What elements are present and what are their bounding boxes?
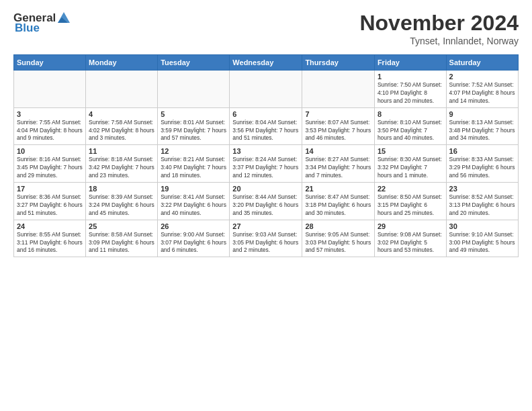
day-info: Sunrise: 8:27 AM Sunset: 3:34 PM Dayligh…	[305, 156, 371, 180]
day-number: 22	[378, 185, 443, 193]
table-row: 5Sunrise: 8:01 AM Sunset: 3:59 PM Daylig…	[158, 107, 230, 145]
day-number: 3	[17, 110, 83, 118]
day-info: Sunrise: 8:33 AM Sunset: 3:29 PM Dayligh…	[449, 156, 515, 180]
day-number: 30	[449, 222, 515, 230]
table-row: 11Sunrise: 8:18 AM Sunset: 3:42 PM Dayli…	[86, 145, 158, 183]
day-info: Sunrise: 7:55 AM Sunset: 4:04 PM Dayligh…	[17, 119, 83, 143]
col-saturday: Saturday	[446, 55, 518, 71]
day-info: Sunrise: 8:52 AM Sunset: 3:13 PM Dayligh…	[449, 193, 515, 218]
table-row	[230, 71, 302, 108]
day-info: Sunrise: 9:05 AM Sunset: 3:03 PM Dayligh…	[305, 231, 371, 255]
table-row	[86, 71, 158, 108]
table-row: 23Sunrise: 8:52 AM Sunset: 3:13 PM Dayli…	[446, 183, 518, 220]
day-number: 16	[449, 147, 515, 155]
day-number: 15	[378, 147, 443, 155]
table-row: 26Sunrise: 9:00 AM Sunset: 3:07 PM Dayli…	[158, 220, 230, 257]
day-info: Sunrise: 8:10 AM Sunset: 3:50 PM Dayligh…	[378, 119, 443, 143]
table-row: 2Sunrise: 7:52 AM Sunset: 4:07 PM Daylig…	[446, 71, 518, 108]
day-info: Sunrise: 8:18 AM Sunset: 3:42 PM Dayligh…	[89, 156, 154, 180]
table-row: 18Sunrise: 8:39 AM Sunset: 3:24 PM Dayli…	[86, 183, 158, 220]
table-row: 4Sunrise: 7:58 AM Sunset: 4:02 PM Daylig…	[86, 107, 158, 145]
table-row: 29Sunrise: 9:08 AM Sunset: 3:02 PM Dayli…	[374, 220, 446, 257]
day-number: 13	[232, 147, 299, 155]
day-info: Sunrise: 8:50 AM Sunset: 3:15 PM Dayligh…	[378, 193, 443, 218]
day-number: 26	[161, 222, 226, 230]
location: Tynset, Innlandet, Norway	[359, 36, 519, 46]
day-number: 12	[161, 147, 226, 155]
col-tuesday: Tuesday	[158, 55, 230, 71]
table-row: 28Sunrise: 9:05 AM Sunset: 3:03 PM Dayli…	[302, 220, 375, 257]
day-number: 21	[305, 185, 371, 193]
table-row: 14Sunrise: 8:27 AM Sunset: 3:34 PM Dayli…	[302, 145, 375, 183]
calendar-week-row: 1Sunrise: 7:50 AM Sunset: 4:10 PM Daylig…	[14, 71, 519, 108]
day-number: 18	[89, 185, 154, 193]
day-number: 19	[161, 185, 226, 193]
day-info: Sunrise: 8:01 AM Sunset: 3:59 PM Dayligh…	[161, 119, 226, 143]
day-info: Sunrise: 8:58 AM Sunset: 3:09 PM Dayligh…	[89, 231, 154, 255]
day-number: 25	[89, 222, 154, 230]
day-info: Sunrise: 8:55 AM Sunset: 3:11 PM Dayligh…	[17, 231, 83, 255]
table-row: 21Sunrise: 8:47 AM Sunset: 3:18 PM Dayli…	[302, 183, 375, 220]
day-info: Sunrise: 7:52 AM Sunset: 4:07 PM Dayligh…	[449, 81, 515, 105]
day-number: 14	[305, 147, 371, 155]
table-row: 25Sunrise: 8:58 AM Sunset: 3:09 PM Dayli…	[86, 220, 158, 257]
day-number: 27	[232, 222, 299, 230]
table-row	[14, 71, 86, 108]
day-number: 2	[449, 73, 515, 81]
day-info: Sunrise: 8:13 AM Sunset: 3:48 PM Dayligh…	[449, 119, 515, 143]
col-thursday: Thursday	[302, 55, 375, 71]
day-info: Sunrise: 8:16 AM Sunset: 3:45 PM Dayligh…	[17, 156, 83, 180]
table-row: 13Sunrise: 8:24 AM Sunset: 3:37 PM Dayli…	[230, 145, 302, 183]
day-info: Sunrise: 7:58 AM Sunset: 4:02 PM Dayligh…	[89, 119, 154, 143]
day-info: Sunrise: 8:04 AM Sunset: 3:56 PM Dayligh…	[232, 119, 299, 143]
table-row: 10Sunrise: 8:16 AM Sunset: 3:45 PM Dayli…	[14, 145, 86, 183]
page: General Blue November 2024 Tynset, Innla…	[0, 0, 532, 411]
day-number: 9	[449, 110, 515, 118]
calendar: Sunday Monday Tuesday Wednesday Thursday…	[13, 54, 519, 257]
table-row: 16Sunrise: 8:33 AM Sunset: 3:29 PM Dayli…	[446, 145, 518, 183]
day-number: 1	[378, 73, 443, 81]
day-number: 17	[17, 185, 83, 193]
day-number: 4	[89, 110, 154, 118]
table-row: 15Sunrise: 8:30 AM Sunset: 3:32 PM Dayli…	[374, 145, 446, 183]
calendar-week-row: 10Sunrise: 8:16 AM Sunset: 3:45 PM Dayli…	[14, 145, 519, 183]
table-row: 17Sunrise: 8:36 AM Sunset: 3:27 PM Dayli…	[14, 183, 86, 220]
day-info: Sunrise: 8:39 AM Sunset: 3:24 PM Dayligh…	[89, 193, 154, 218]
calendar-header-row: Sunday Monday Tuesday Wednesday Thursday…	[14, 55, 519, 71]
col-sunday: Sunday	[14, 55, 86, 71]
col-wednesday: Wednesday	[230, 55, 302, 71]
table-row: 24Sunrise: 8:55 AM Sunset: 3:11 PM Dayli…	[14, 220, 86, 257]
table-row: 27Sunrise: 9:03 AM Sunset: 3:05 PM Dayli…	[230, 220, 302, 257]
day-info: Sunrise: 9:00 AM Sunset: 3:07 PM Dayligh…	[161, 231, 226, 255]
day-number: 7	[305, 110, 371, 118]
day-number: 28	[305, 222, 371, 230]
day-info: Sunrise: 8:30 AM Sunset: 3:32 PM Dayligh…	[378, 156, 443, 180]
day-info: Sunrise: 9:10 AM Sunset: 3:00 PM Dayligh…	[449, 231, 515, 255]
day-number: 20	[232, 185, 299, 193]
table-row: 22Sunrise: 8:50 AM Sunset: 3:15 PM Dayli…	[374, 183, 446, 220]
logo: General Blue	[13, 11, 72, 35]
header: General Blue November 2024 Tynset, Innla…	[13, 11, 519, 46]
calendar-week-row: 17Sunrise: 8:36 AM Sunset: 3:27 PM Dayli…	[14, 183, 519, 220]
table-row: 30Sunrise: 9:10 AM Sunset: 3:00 PM Dayli…	[446, 220, 518, 257]
table-row: 19Sunrise: 8:41 AM Sunset: 3:22 PM Dayli…	[158, 183, 230, 220]
table-row: 6Sunrise: 8:04 AM Sunset: 3:56 PM Daylig…	[230, 107, 302, 145]
day-number: 29	[378, 222, 443, 230]
table-row	[158, 71, 230, 108]
day-info: Sunrise: 8:36 AM Sunset: 3:27 PM Dayligh…	[17, 193, 83, 218]
table-row: 12Sunrise: 8:21 AM Sunset: 3:40 PM Dayli…	[158, 145, 230, 183]
day-number: 5	[161, 110, 226, 118]
col-monday: Monday	[86, 55, 158, 71]
calendar-week-row: 24Sunrise: 8:55 AM Sunset: 3:11 PM Dayli…	[14, 220, 519, 257]
day-number: 24	[17, 222, 83, 230]
day-info: Sunrise: 8:21 AM Sunset: 3:40 PM Dayligh…	[161, 156, 226, 180]
calendar-week-row: 3Sunrise: 7:55 AM Sunset: 4:04 PM Daylig…	[14, 107, 519, 145]
table-row: 7Sunrise: 8:07 AM Sunset: 3:53 PM Daylig…	[302, 107, 375, 145]
day-info: Sunrise: 8:47 AM Sunset: 3:18 PM Dayligh…	[305, 193, 371, 218]
day-info: Sunrise: 8:44 AM Sunset: 3:20 PM Dayligh…	[232, 193, 299, 218]
day-info: Sunrise: 9:03 AM Sunset: 3:05 PM Dayligh…	[232, 231, 299, 255]
day-info: Sunrise: 8:41 AM Sunset: 3:22 PM Dayligh…	[161, 193, 226, 218]
logo-icon	[56, 11, 71, 26]
day-number: 11	[89, 147, 154, 155]
day-number: 10	[17, 147, 83, 155]
